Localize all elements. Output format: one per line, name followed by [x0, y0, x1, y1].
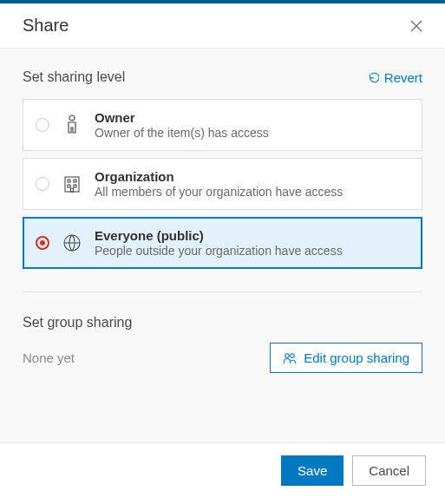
svg-rect-7: [74, 185, 76, 187]
building-icon: [62, 173, 82, 194]
option-owner[interactable]: Owner Owner of the item(s) has access: [23, 99, 422, 151]
sharing-level-title: Set sharing level: [23, 69, 125, 85]
radio-organization[interactable]: [36, 177, 49, 191]
edit-group-sharing-label: Edit group sharing: [304, 350, 409, 365]
group-sharing-title: Set group sharing: [23, 315, 422, 331]
sharing-level-header: Set sharing level Revert: [23, 69, 422, 85]
option-organization[interactable]: Organization All members of your organiz…: [23, 158, 422, 210]
svg-rect-4: [68, 180, 70, 182]
globe-icon: [62, 232, 82, 253]
revert-button[interactable]: Revert: [367, 70, 422, 85]
option-everyone-title: Everyone (public): [95, 228, 343, 243]
group-icon: [283, 351, 297, 365]
group-sharing-none: None yet: [23, 350, 75, 365]
option-organization-desc: All members of your organization have ac…: [95, 185, 343, 199]
dialog-body: Set sharing level Revert Owner Owner of …: [0, 49, 445, 442]
svg-rect-6: [68, 185, 70, 187]
option-organization-text: Organization All members of your organiz…: [95, 169, 343, 199]
dialog-footer: Save Cancel: [0, 442, 445, 498]
dialog-title: Share: [23, 16, 69, 36]
option-everyone-desc: People outside your organization have ac…: [95, 244, 343, 258]
close-icon: [409, 18, 424, 34]
edit-group-sharing-button[interactable]: Edit group sharing: [270, 343, 422, 373]
svg-rect-5: [74, 180, 76, 182]
option-everyone[interactable]: Everyone (public) People outside your or…: [23, 217, 422, 269]
group-sharing-row: None yet Edit group sharing: [23, 343, 422, 373]
close-button[interactable]: [407, 16, 426, 36]
sharing-options: Owner Owner of the item(s) has access Or…: [23, 99, 422, 269]
revert-icon: [367, 71, 379, 83]
section-divider: [23, 291, 422, 292]
svg-rect-3: [65, 177, 79, 192]
svg-rect-8: [71, 188, 74, 192]
dialog-header: Share: [0, 3, 445, 49]
svg-point-11: [291, 353, 294, 357]
option-everyone-text: Everyone (public) People outside your or…: [95, 228, 343, 258]
option-organization-title: Organization: [95, 169, 343, 184]
option-owner-desc: Owner of the item(s) has access: [95, 126, 269, 140]
cancel-button[interactable]: Cancel: [352, 455, 426, 486]
revert-label: Revert: [384, 70, 422, 85]
svg-point-10: [285, 353, 289, 357]
radio-owner[interactable]: [36, 118, 49, 132]
svg-point-2: [69, 115, 75, 121]
option-owner-title: Owner: [95, 110, 269, 125]
save-button[interactable]: Save: [281, 455, 344, 486]
radio-everyone[interactable]: [36, 236, 49, 250]
option-owner-text: Owner Owner of the item(s) has access: [95, 110, 269, 140]
person-icon: [62, 115, 82, 135]
